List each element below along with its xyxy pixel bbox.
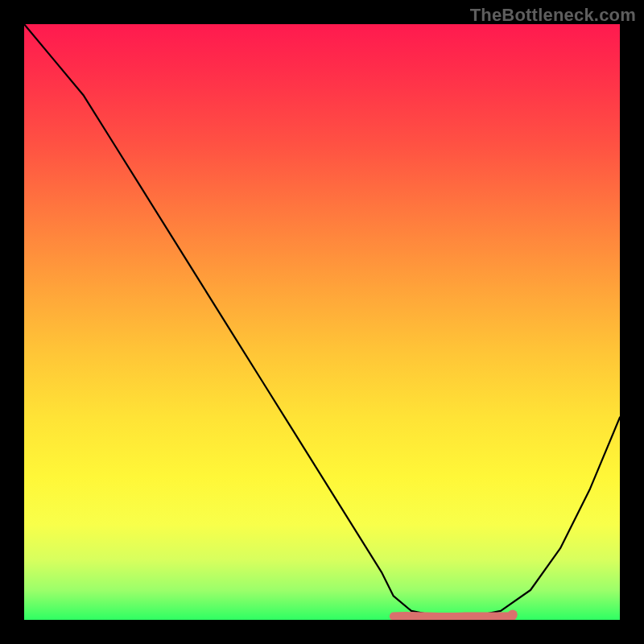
bottleneck-curve bbox=[24, 24, 620, 617]
watermark-text: TheBottleneck.com bbox=[470, 5, 636, 26]
plot-area bbox=[24, 24, 620, 620]
chart-frame: TheBottleneck.com bbox=[0, 0, 644, 644]
minimum-endpoint-dot bbox=[508, 610, 518, 620]
minimum-highlight-band bbox=[394, 616, 513, 617]
chart-svg bbox=[24, 24, 620, 620]
